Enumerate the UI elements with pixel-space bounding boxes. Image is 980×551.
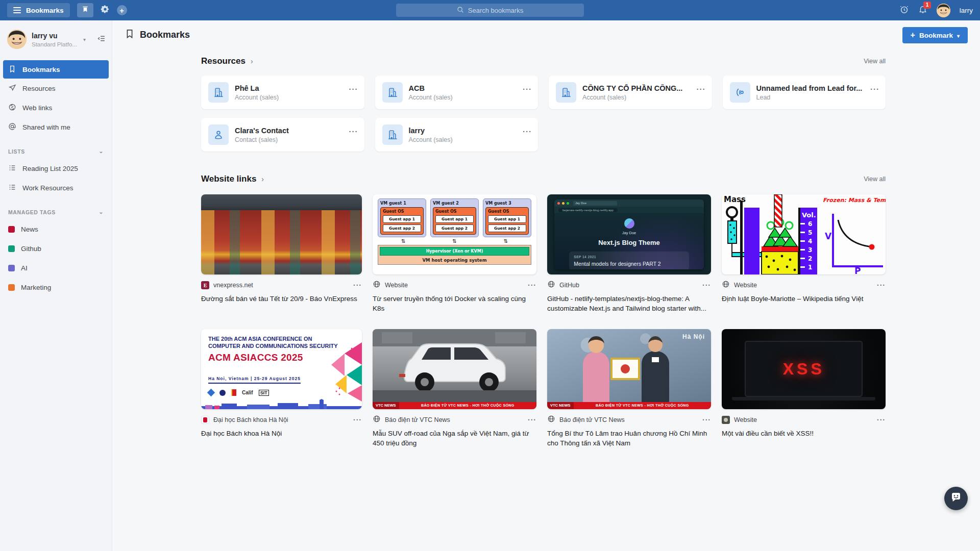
card-menu-button[interactable] xyxy=(702,416,711,424)
card-menu-button[interactable] xyxy=(877,416,886,424)
link-title: Mẫu SUV off-road của Nga sắp về Việt Nam… xyxy=(373,429,536,448)
chat-support-button[interactable] xyxy=(944,487,968,510)
sidebar-tag-news[interactable]: News xyxy=(0,219,112,239)
card-menu-button[interactable] xyxy=(353,416,362,424)
user-avatar[interactable] xyxy=(937,4,950,17)
profile-caret-icon[interactable]: ▾ xyxy=(83,37,86,42)
link-title: Một vài điều cần biết về XSS!! xyxy=(722,429,886,439)
resource-type: Account (sales) xyxy=(235,94,279,101)
link-source: Website xyxy=(734,416,757,423)
resources-view-all-link[interactable]: View all xyxy=(864,58,886,65)
hamburger-icon xyxy=(13,7,21,13)
sidebar-tag-github[interactable]: Github xyxy=(0,239,112,258)
main-content: Bookmarks Bookmark Resources › View all … xyxy=(112,20,980,551)
profile-section[interactable]: larry vu Standard Platfo... ▾ xyxy=(0,28,112,56)
resource-type: Lead xyxy=(756,94,863,101)
web-link-card[interactable]: Hà Nội xyxy=(547,329,711,448)
add-new-button[interactable] xyxy=(117,5,127,15)
bookmark-outline-icon xyxy=(125,29,135,41)
search-icon xyxy=(457,6,464,15)
gear-icon xyxy=(101,5,110,16)
web-link-card[interactable]: XSS Website Một vài điều cần biết về XSS… xyxy=(722,329,886,448)
web-link-card[interactable]: Jay Doe bejamas-netlify-nextjs-blog.netl… xyxy=(547,194,711,314)
card-menu-button[interactable] xyxy=(353,281,362,289)
card-menu-button[interactable] xyxy=(528,416,536,424)
card-menu-button[interactable] xyxy=(702,281,711,289)
reminders-button[interactable] xyxy=(899,5,909,16)
tag-label: Marketing xyxy=(21,284,51,291)
chevron-right-icon[interactable]: › xyxy=(251,57,253,65)
chevron-down-icon[interactable]: ⌄ xyxy=(99,148,104,155)
resource-card[interactable]: Phê La Account (sales) xyxy=(201,76,364,109)
sidebar-item-work-resources[interactable]: Work Resources xyxy=(0,178,112,197)
website-links-view-all-link[interactable]: View all xyxy=(864,176,886,183)
resource-card[interactable]: ACB Account (sales) xyxy=(375,76,538,109)
sidebar-item-shared-with-me[interactable]: Shared with me xyxy=(0,117,112,137)
link-thumbnail-boyle-diagram[interactable]: Mass xyxy=(722,194,886,274)
svg-text:2: 2 xyxy=(808,255,812,262)
add-bookmark-button[interactable]: Bookmark xyxy=(902,27,968,43)
bookmark-flag-icon xyxy=(81,5,89,15)
svg-text:3: 3 xyxy=(808,246,812,254)
triangle-mosaic-decoration xyxy=(309,342,362,404)
link-source: Website xyxy=(734,282,757,289)
sidebar-tag-marketing[interactable]: Marketing xyxy=(0,278,112,297)
sidebar-collapse-button[interactable] xyxy=(97,34,106,45)
chevron-down-icon[interactable]: ⌄ xyxy=(99,209,104,215)
svg-text:V: V xyxy=(825,231,832,241)
web-link-card[interactable]: VTC NEWS BÁO ĐIỆN TỬ VTC NEWS - HƠI THỞ … xyxy=(373,329,536,448)
link-thumbnail-train[interactable] xyxy=(201,194,362,274)
link-thumbnail-vm-diagram[interactable]: VM guest 1 Guest OS Guest app 1Guest app… xyxy=(373,194,536,274)
card-menu-button[interactable] xyxy=(877,281,886,289)
card-menu-button[interactable] xyxy=(349,85,358,93)
vtc-tagline: BÁO ĐIỆN TỬ VTC NEWS - HƠI THỞ CUỘC SỐNG xyxy=(399,402,536,409)
svg-text:P: P xyxy=(854,266,861,274)
location-label: Hà Nội xyxy=(682,333,705,340)
card-menu-button[interactable] xyxy=(523,127,532,136)
card-menu-button[interactable] xyxy=(523,85,532,93)
app-switcher-button[interactable]: Bookmarks xyxy=(7,3,70,17)
page-title: Bookmarks xyxy=(140,30,190,40)
card-menu-button[interactable] xyxy=(870,85,879,93)
web-link-card[interactable]: VM guest 1 Guest OS Guest app 1Guest app… xyxy=(373,194,536,314)
card-menu-button[interactable] xyxy=(697,85,706,93)
svg-text:6: 6 xyxy=(808,220,812,228)
person-icon xyxy=(208,124,229,145)
resource-card[interactable]: CÔNG TY CỔ PHẦN CÔNG... Account (sales) xyxy=(549,76,712,109)
globe-icon xyxy=(722,280,730,290)
resource-card[interactable]: Unnamed lead from Lead for... Lead xyxy=(723,76,886,109)
plus-icon xyxy=(911,31,915,40)
web-link-card[interactable]: Mass xyxy=(722,194,886,314)
svg-text:1: 1 xyxy=(808,264,812,271)
app-label: Bookmarks xyxy=(26,7,64,14)
link-thumbnail-suv[interactable]: VTC NEWS BÁO ĐIỆN TỬ VTC NEWS - HƠI THỞ … xyxy=(373,329,536,409)
chevron-right-icon[interactable]: › xyxy=(261,175,264,183)
globe-icon xyxy=(373,415,381,425)
link-thumbnail-ceremony[interactable]: Hà Nội xyxy=(547,329,711,409)
web-link-card[interactable]: E vnexpress.net Đường sắt bán vé tàu Tết… xyxy=(201,194,362,314)
link-thumbnail-acm-poster[interactable]: THE 20th ACM ASIA CONFERENCE ON COMPUTER… xyxy=(201,329,362,409)
link-thumbnail-xss[interactable]: XSS xyxy=(722,329,886,409)
resource-card[interactable]: Clara's Contact Contact (sales) xyxy=(201,118,364,152)
sidebar-item-web-links[interactable]: Web links xyxy=(0,98,112,117)
tag-color-swatch xyxy=(8,226,15,233)
settings-button[interactable] xyxy=(101,5,110,16)
bookmarks-app-button[interactable] xyxy=(77,3,93,17)
tag-label: AI xyxy=(21,264,28,272)
sidebar-item-resources[interactable]: Resources xyxy=(0,79,112,98)
card-menu-button[interactable] xyxy=(528,281,536,289)
sidebar-tag-ai[interactable]: AI xyxy=(0,258,112,278)
link-thumbnail-nextjs[interactable]: Jay Doe bejamas-netlify-nextjs-blog.netl… xyxy=(547,194,711,274)
svg-text:Frozen: Mass & Temp.: Frozen: Mass & Temp. xyxy=(823,197,886,204)
notifications-button[interactable]: 1 xyxy=(918,5,927,16)
web-link-card[interactable]: THE 20th ACM ASIA CONFERENCE ON COMPUTER… xyxy=(201,329,362,448)
sidebar-item-label: Shared with me xyxy=(22,123,70,131)
card-menu-button[interactable] xyxy=(349,127,358,136)
sidebar-item-reading-list[interactable]: Reading List 2025 xyxy=(0,159,112,178)
profile-plan: Standard Platfo... xyxy=(32,41,77,47)
resource-card[interactable]: larry Account (sales) xyxy=(375,118,538,152)
resource-name: Unnamed lead from Lead for... xyxy=(756,84,863,92)
sidebar-item-bookmarks[interactable]: Bookmarks xyxy=(3,60,109,79)
search-input[interactable]: Search bookmarks xyxy=(396,4,584,17)
link-title: Định luật Boyle-Mariotte – Wikipedia tiế… xyxy=(722,294,886,304)
